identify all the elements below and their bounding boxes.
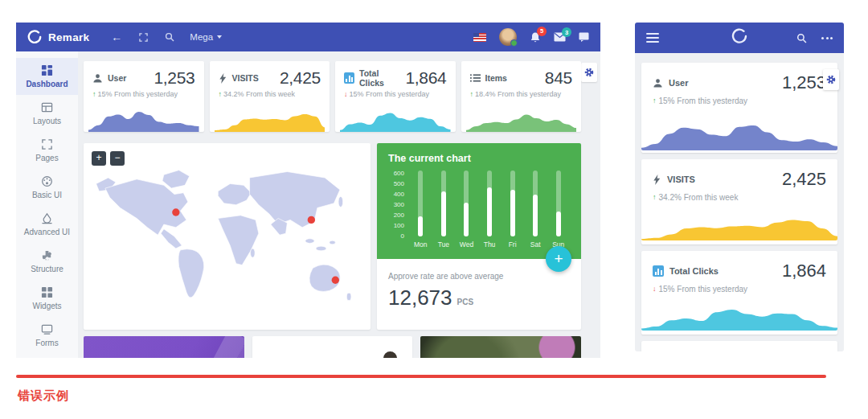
more-icon[interactable] bbox=[821, 37, 833, 39]
desktop-navbar: Remark ← Mega 5 bbox=[16, 23, 600, 51]
bar bbox=[556, 212, 561, 236]
fullscreen-icon[interactable] bbox=[137, 31, 149, 43]
settings-gear-button[interactable] bbox=[823, 69, 839, 90]
bar bbox=[510, 190, 515, 236]
bar-chart-icon bbox=[653, 265, 664, 277]
x-tick-label: Thu bbox=[484, 240, 496, 249]
y-tick-label: 500 bbox=[394, 180, 404, 187]
y-tick-label: 400 bbox=[394, 191, 404, 198]
purple-card bbox=[84, 336, 244, 358]
approve-rate-note: Approve rate are above average bbox=[388, 272, 570, 281]
remark-logo-icon bbox=[731, 28, 747, 47]
map-marker-australia[interactable] bbox=[332, 277, 339, 284]
sidebar-item-label: Pages bbox=[35, 154, 58, 162]
stat-value: 1,253 bbox=[154, 68, 194, 88]
y-tick-label: 0 bbox=[401, 232, 404, 240]
visits-sparkline bbox=[641, 205, 837, 240]
mega-menu[interactable]: Mega bbox=[190, 32, 222, 42]
map-marker-china[interactable] bbox=[308, 216, 315, 224]
area-path bbox=[466, 114, 577, 132]
x-tick-label: Fri bbox=[509, 240, 517, 249]
mobile-stat-card-visits: VISITS 2,425 ↑ 34.2% From this week bbox=[641, 159, 837, 244]
sidebar-item-widgets[interactable]: Widgets bbox=[16, 280, 78, 317]
bar-track bbox=[556, 170, 561, 236]
sidebar-item-basic-ui[interactable]: Basic UI bbox=[16, 169, 78, 206]
bar-track bbox=[510, 170, 515, 236]
bar-column: Wed bbox=[455, 169, 478, 249]
sidebar: Dashboard Layouts Pages Basic UI Advance… bbox=[16, 51, 78, 358]
y-tick-label: 600 bbox=[394, 170, 404, 177]
search-icon[interactable] bbox=[796, 33, 807, 43]
user-icon bbox=[92, 73, 103, 84]
chat-toggle[interactable] bbox=[579, 32, 589, 42]
settings-gear-button[interactable] bbox=[581, 63, 597, 82]
hamburger-menu-icon[interactable] bbox=[646, 33, 659, 43]
stat-value: 845 bbox=[545, 68, 572, 88]
bar-column: Sun bbox=[547, 169, 570, 249]
area-path bbox=[641, 310, 837, 331]
message-badge: 3 bbox=[562, 27, 571, 37]
stat-card-items: Items 845 ↑ 18.4% From this yesterday bbox=[461, 61, 582, 132]
trend-arrow-icon: ↑ bbox=[653, 193, 657, 202]
trend-arrow-icon: ↑ bbox=[653, 97, 657, 105]
stat-card-user: User 1,253 ↑ 15% From this yesterday bbox=[84, 61, 204, 132]
y-tick-label: 100 bbox=[394, 222, 404, 229]
puzzle-icon bbox=[41, 249, 53, 261]
chart-title: The current chart bbox=[388, 153, 570, 164]
widgets-icon bbox=[41, 286, 53, 298]
bolt-icon bbox=[653, 175, 661, 185]
bar-chart-icon bbox=[344, 72, 354, 84]
sidebar-item-layouts[interactable]: Layouts bbox=[16, 95, 78, 132]
trend-arrow-icon: ↑ bbox=[470, 90, 474, 98]
sidebar-item-pages[interactable]: Pages bbox=[16, 132, 78, 169]
sidebar-item-dashboard[interactable]: Dashboard bbox=[16, 58, 78, 95]
y-tick-label: 300 bbox=[394, 201, 404, 208]
search-icon[interactable] bbox=[163, 31, 176, 43]
area-path bbox=[641, 125, 837, 150]
items-sparkline bbox=[466, 103, 577, 132]
stat-title: User bbox=[108, 73, 126, 83]
user-avatar[interactable] bbox=[499, 28, 517, 46]
stat-title: VISITS bbox=[667, 175, 695, 184]
sidebar-item-label: Advanced UI bbox=[24, 228, 70, 236]
stat-change: 15% From this yesterday bbox=[98, 90, 178, 98]
sidebar-item-structure[interactable]: Structure bbox=[16, 243, 78, 280]
bottom-cards-row bbox=[84, 336, 581, 358]
area-path bbox=[215, 114, 326, 132]
dashboard-icon bbox=[41, 64, 53, 76]
sidebar-item-tables[interactable] bbox=[16, 354, 78, 358]
notifications-bell[interactable]: 5 bbox=[530, 31, 541, 43]
map-marker-north-america[interactable] bbox=[172, 208, 179, 216]
remark-logo-icon bbox=[27, 30, 42, 44]
list-icon bbox=[470, 73, 481, 83]
mobile-stat-card-user: User 1,253 ↑ 15% From this yesterday bbox=[641, 63, 837, 153]
stat-value: 2,425 bbox=[280, 68, 321, 88]
bar-column: Thu bbox=[478, 169, 502, 249]
stat-value: 1,864 bbox=[405, 68, 446, 88]
sidebar-item-advanced-ui[interactable]: Advanced UI bbox=[16, 206, 78, 243]
bar-track bbox=[533, 170, 538, 236]
brand[interactable]: Remark bbox=[27, 30, 89, 44]
sidebar-item-label: Forms bbox=[35, 339, 58, 347]
sidebar-item-forms[interactable]: Forms bbox=[16, 317, 78, 354]
bar-chart: 6005004003002001000 MonTueWedThuFriSatSu… bbox=[388, 169, 570, 249]
x-tick-label: Wed bbox=[460, 240, 473, 249]
world-map[interactable] bbox=[92, 151, 362, 322]
area-path bbox=[340, 113, 451, 132]
language-flag-icon[interactable] bbox=[473, 33, 486, 42]
stat-value: 1,253 bbox=[782, 72, 826, 93]
back-arrow-icon[interactable]: ← bbox=[110, 31, 123, 43]
messages-mail[interactable]: 3 bbox=[554, 32, 566, 42]
stat-title: Total Clicks bbox=[359, 68, 400, 88]
add-button[interactable]: + bbox=[546, 246, 571, 272]
map-zoom-out-button[interactable]: − bbox=[110, 151, 125, 166]
avatar-circle bbox=[383, 351, 397, 358]
sidebar-item-label: Widgets bbox=[32, 302, 61, 310]
trend-arrow-icon: ↓ bbox=[344, 90, 348, 98]
bar-track bbox=[441, 170, 446, 236]
map-zoom-in-button[interactable]: + bbox=[92, 151, 106, 166]
trend-arrow-icon: ↑ bbox=[92, 90, 96, 98]
partial-card bbox=[641, 341, 837, 351]
stat-change: 15% From this yesterday bbox=[350, 90, 430, 98]
brand-name: Remark bbox=[48, 31, 89, 43]
